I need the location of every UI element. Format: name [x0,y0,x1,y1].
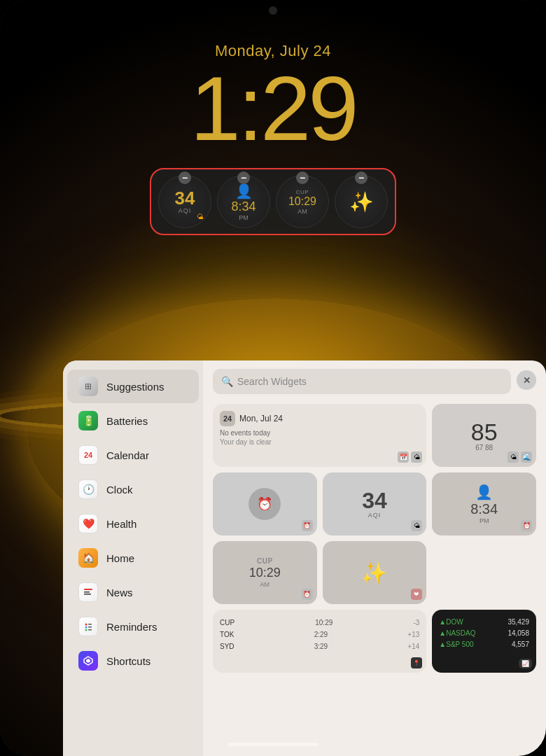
weather-range: 67 88 [475,444,493,451]
worldclock-time-0: 10:29 [315,617,332,629]
ipad-frame: Monday, July 24 1:29 − 34 AQI 🌤 − 👤 8:34… [0,0,546,756]
shortcuts-icon [78,651,98,671]
widget-tile-time-834[interactable]: 👤 8:34 PM ⏰ [432,472,536,536]
widget-tile-cup-circ[interactable]: CUP 10:29 AM ⏰ [213,541,317,604]
worldclock-diff-0: -3 [413,617,419,629]
widget-time-834[interactable]: − 👤 8:34 PM [217,175,270,228]
widget-aqi-number: 34 [175,189,195,207]
widget-sparkle[interactable]: − ✨ [335,175,388,228]
widget-tile-aqi-circ[interactable]: 34 AQI 🌤 [323,472,427,536]
widget-time-num-834: 8:34 [231,200,255,214]
widget-minus-834[interactable]: − [237,172,250,184]
sparkle-circ-icon: ✨ [361,561,387,585]
tile-bottom-icons-sparkle: ❤ [411,589,422,600]
tile-bottom-icons-cup-circ: ⏰ [302,589,313,600]
sparkle-icon: ✨ [349,190,374,214]
worldclock-row-2: SYD 3:29 +14 [220,640,419,652]
tile-bottom-icons-weather: 🌤 🌊 [507,451,532,463]
widget-cup-label: CUP [296,189,309,195]
worldclock-row-0: CUP 10:29 -3 [220,617,419,629]
lock-screen-content: Monday, July 24 1:29 − 34 AQI 🌤 − 👤 8:34… [0,42,546,235]
widgets-grid: 24 Mon, Jul 24 No events today Your day … [203,400,546,756]
health-icon: ❤️ [78,514,98,533]
widget-minus-aqi[interactable]: − [178,172,191,184]
sidebar-item-batteries[interactable]: 🔋 Batteries [67,404,199,438]
widget-cup-time: 10:29 [288,195,316,208]
sidebar-item-news[interactable]: News [67,575,199,609]
search-bar[interactable]: 🔍 Search Widgets [213,369,511,394]
stock-name-1: ▲NASDAQ [439,628,475,639]
sidebar-label-clock: Clock [106,484,133,496]
widget-tile-worldclock[interactable]: CUP 10:29 -3 TOK 2:29 +13 SYD 3:29 + [213,610,426,673]
sidebar-label-reminders: Reminders [106,621,158,633]
sidebar-item-health[interactable]: ❤️ Health [67,507,199,540]
worldclock-diff-2: +14 [407,640,419,652]
home-icon: 🏠 [78,548,98,568]
sidebar-label-calendar: Calendar [106,449,149,461]
widget-tile-clock-small[interactable]: ⏰ ⏰ [213,472,317,536]
widget-tile-calendar[interactable]: 24 Mon, Jul 24 No events today Your day … [213,404,426,467]
svg-point-3 [85,624,88,626]
worldclock-row-1: TOK 2:29 +13 [220,629,419,640]
widget-cup[interactable]: − CUP 10:29 AM [276,175,329,228]
stock-val-2: 4,557 [512,639,529,650]
svg-rect-2 [84,594,91,595]
widget-time-ampm-834: PM [239,214,248,221]
stock-row-2: ▲S&P 500 4,557 [439,639,529,650]
stock-name-0: ▲DOW [439,617,463,628]
widget-bar[interactable]: − 34 AQI 🌤 − 👤 8:34 PM − CUP 10:29 AM [150,168,396,235]
time834-person-icon: 👤 [475,484,493,500]
stock-val-1: 14,058 [507,628,529,639]
aqi-icon: 🌤 [197,213,204,220]
top-bar [0,0,546,21]
widget-aqi-label: AQI [178,207,192,214]
tile-bottom-icons-834: ⏰ [521,520,532,531]
worldclock-bottom-icon: 📍 [411,657,422,668]
reminders-icon [78,617,98,636]
svg-rect-1 [84,592,90,593]
worldclock-city-1: TOK [220,629,234,640]
lock-screen-time: 1:29 [190,63,356,154]
tile-bottom-icons-cal: 📅 🌤 [398,451,422,463]
cup-circ-label: CUP [257,557,273,565]
cal-clear: Your day is clear [220,438,419,446]
cal-bottom-icon2: 🌤 [411,451,422,463]
sidebar-item-clock[interactable]: 🕐 Clock [67,472,199,506]
cal-date-badge: 24 [220,411,235,426]
widget-tile-sparkle-circ[interactable]: ✨ ❤ [323,541,427,604]
cal-events: No events today [220,429,419,437]
home-indicator[interactable] [227,743,318,746]
time834-time: 8:34 [470,502,498,516]
suggestions-icon: ⊞ [78,377,98,396]
svg-rect-6 [88,624,92,625]
cal-header: 24 Mon, Jul 24 [220,411,419,426]
cup-circ-bottom-icon: ⏰ [302,589,313,600]
sidebar-label-health: Health [106,518,136,530]
search-icon: 🔍 [221,376,233,387]
aqi-circ-number: 34 [362,489,387,512]
stock-row-1: ▲NASDAQ 14,058 [439,628,529,639]
widget-minus-sparkle[interactable]: − [355,172,368,184]
stock-row-0: ▲DOW 35,429 [439,617,529,628]
svg-rect-8 [88,629,92,631]
svg-marker-10 [86,659,90,663]
aqi-bottom-icon: 🌤 [411,520,422,531]
sidebar-item-home[interactable]: 🏠 Home [67,541,199,575]
tile-bottom-icons-aqi: 🌤 [411,520,422,531]
close-button[interactable]: ✕ [517,370,536,390]
person-icon: 👤 [235,183,253,200]
widget-aqi[interactable]: − 34 AQI 🌤 [158,175,211,228]
sidebar-item-shortcuts[interactable]: Shortcuts [67,644,199,678]
widget-cup-ampm: AM [298,208,307,215]
tile-bottom-icons-clock: ⏰ [302,520,313,531]
cup-circ-ampm: AM [260,581,270,588]
sidebar-item-suggestions[interactable]: ⊞ Suggestions [67,370,199,403]
worldclock-bottom-icons: 📍 [411,657,422,668]
widget-tile-weather[interactable]: 85 67 88 🌤 🌊 [432,404,536,467]
weather-number: 85 [471,420,498,444]
sidebar-item-calendar[interactable]: 24 Calendar [67,438,199,472]
widget-minus-cup[interactable]: − [296,172,309,184]
sidebar-item-reminders[interactable]: Reminders [67,610,199,643]
cal-bottom-icon1: 📅 [398,451,409,463]
widget-tile-stocks[interactable]: ▲DOW 35,429 ▲NASDAQ 14,058 ▲S&P 500 4,55… [432,610,536,673]
